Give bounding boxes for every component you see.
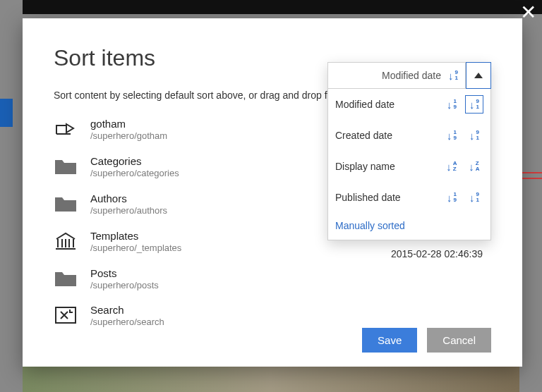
background-header [23,0,542,14]
sort-option-row: Created date↓19↓91 [328,120,490,151]
background-blue-tab [0,99,13,127]
sort-desc-button[interactable]: ↓91 [465,95,483,114]
sort-option-label: Modified date [335,99,438,110]
list-item-path: /superhero/authors [90,205,167,217]
sort-option-row: Modified date↓19↓91 [328,89,490,120]
list-item-path: /superhero/_templates [90,243,181,255]
chevron-up-icon [474,73,483,78]
list-item-text: Search/superhero/search [90,304,164,329]
modal-footer: Save Cancel [362,328,491,353]
background-right [522,111,542,182]
list-item-name: Search [90,304,164,317]
sort-option-row: Display name↓AZ↓ZA [328,151,490,182]
sort-direction-icon: ↓ 9 1 [448,70,458,81]
sort-dropdown: Modified date ↓ 9 1 Modified date↓19↓91C… [327,62,491,240]
sort-option-label: Created date [335,130,438,141]
sort-current-selection[interactable]: Modified date ↓ 9 1 [327,62,466,89]
sort-option-label: Display name [335,161,438,172]
list-item-path: /superhero/categories [90,168,179,180]
list-item-text: Posts/superhero/posts [90,267,159,292]
list-item-path: /superhero/posts [90,280,159,292]
temple-icon [54,230,78,251]
list-item-text: gotham/superhero/gotham [90,118,167,142]
list-item-text: Authors/superhero/authors [90,192,167,217]
sort-current-label: Modified date [382,70,441,81]
sort-manual-row: Manually sorted [328,213,490,240]
sort-desc-button[interactable]: ↓ZA [465,157,483,176]
sort-collapse-toggle[interactable] [466,62,491,89]
list-item-path: /superhero/search [90,317,164,329]
cancel-button[interactable]: Cancel [427,328,491,353]
background-image [23,367,519,392]
list-item-path: /superhero/gotham [90,130,167,142]
sort-asc-button[interactable]: ↓19 [442,95,461,114]
sort-asc-button[interactable]: ↓19 [442,126,461,145]
list-item-name: Authors [90,192,167,205]
sort-asc-button[interactable]: ↓19 [442,188,461,207]
sort-option-row: Published date↓19↓91 [328,182,490,213]
close-icon[interactable]: ✕ [520,3,536,23]
search-icon [54,304,78,325]
sort-dropdown-header: Modified date ↓ 9 1 [328,63,490,89]
list-item-name: Categories [90,155,179,168]
list-item-name: gotham [90,118,167,130]
folder-icon [54,155,78,176]
timestamp: 2015-02-28 02:46:39 [391,248,483,259]
manually-sorted-link[interactable]: Manually sorted [335,220,405,231]
sort-items-modal: Sort items Sort content by selecting def… [23,18,522,367]
folder-icon [54,192,78,214]
shortcut-icon [54,118,78,139]
sort-desc-button[interactable]: ↓91 [465,126,483,145]
list-item-name: Posts [90,267,159,280]
list-item-name: Templates [90,230,181,243]
sort-asc-button[interactable]: ↓AZ [442,157,461,176]
save-button[interactable]: Save [362,328,417,353]
list-item-text: Templates/superhero/_templates [90,230,181,255]
list-item[interactable]: Posts/superhero/posts [54,263,491,300]
sort-option-label: Published date [335,192,438,203]
list-item-text: Categories/superhero/categories [90,155,179,180]
sort-desc-button[interactable]: ↓91 [465,188,483,207]
folder-icon [54,267,78,288]
